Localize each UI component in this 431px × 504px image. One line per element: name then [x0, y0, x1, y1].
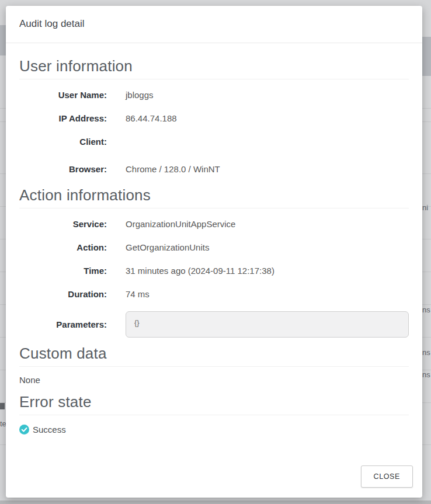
- background-text-fragment: ns: [422, 370, 431, 379]
- action-label: Action:: [19, 241, 107, 253]
- close-button[interactable]: CLOSE: [361, 465, 413, 488]
- duration-label: Duration:: [19, 288, 107, 300]
- row-browser: Browser: Chrome / 128.0 / WinNT: [19, 163, 409, 175]
- background-text-fragment: te: [0, 419, 6, 428]
- browser-label: Browser:: [19, 163, 107, 175]
- ip-address-label: IP Address:: [19, 112, 107, 124]
- background-band-left: [0, 25, 6, 55]
- audit-log-detail-dialog: Audit log detail User information User N…: [6, 6, 422, 498]
- background-text-fragment: ns: [422, 348, 431, 357]
- section-heading-error-state: Error state: [19, 393, 409, 415]
- parameters-label: Parameters:: [19, 311, 107, 338]
- row-client: Client:: [19, 135, 409, 148]
- user-name-label: User Name:: [19, 89, 107, 101]
- service-value: OrganizationUnitAppService: [126, 218, 235, 230]
- time-value: 31 minutes ago (2024-09-11 12:17:38): [126, 265, 274, 277]
- user-information-rows: User Name: jbloggs IP Address: 86.44.74.…: [19, 89, 409, 175]
- section-heading-action-informations: Action informations: [19, 186, 409, 208]
- browser-value: Chrome / 128.0 / WinNT: [126, 163, 220, 175]
- ip-address-value: 86.44.74.188: [126, 112, 177, 124]
- custom-data-value: None: [19, 375, 409, 385]
- row-time: Time: 31 minutes ago (2024-09-11 12:17:3…: [19, 265, 409, 277]
- parameters-input[interactable]: {}: [126, 311, 409, 338]
- success-check-icon: [19, 425, 29, 435]
- dialog-footer: CLOSE: [361, 465, 413, 488]
- row-action: Action: GetOrganizationUnits: [19, 241, 409, 253]
- service-label: Service:: [19, 218, 107, 230]
- dialog-title: Audit log detail: [19, 18, 409, 30]
- row-parameters: Parameters: {}: [19, 311, 409, 338]
- dialog-header: Audit log detail: [6, 6, 422, 43]
- background-bottom-strip: [0, 500, 431, 504]
- action-informations-rows: Service: OrganizationUnitAppService Acti…: [19, 218, 409, 338]
- background-band-right: [422, 37, 431, 76]
- user-name-value: jbloggs: [126, 89, 154, 101]
- background-icon-fragment: [0, 403, 5, 409]
- row-user-name: User Name: jbloggs: [19, 89, 409, 101]
- time-label: Time:: [19, 265, 107, 277]
- duration-value: 74 ms: [126, 288, 150, 300]
- action-value: GetOrganizationUnits: [126, 241, 209, 253]
- row-ip-address: IP Address: 86.44.74.188: [19, 112, 409, 124]
- background-text-fragment: ns: [422, 305, 431, 314]
- dialog-body: User information User Name: jbloggs IP A…: [6, 43, 422, 435]
- section-heading-user-information: User information: [19, 57, 409, 79]
- row-duration: Duration: 74 ms: [19, 288, 409, 300]
- status-text: Success: [33, 425, 66, 435]
- client-label: Client:: [19, 135, 107, 148]
- error-state-status: Success: [19, 425, 409, 435]
- background-text-fragment: ni: [422, 203, 431, 212]
- row-service: Service: OrganizationUnitAppService: [19, 218, 409, 230]
- section-heading-custom-data: Custom data: [19, 345, 409, 367]
